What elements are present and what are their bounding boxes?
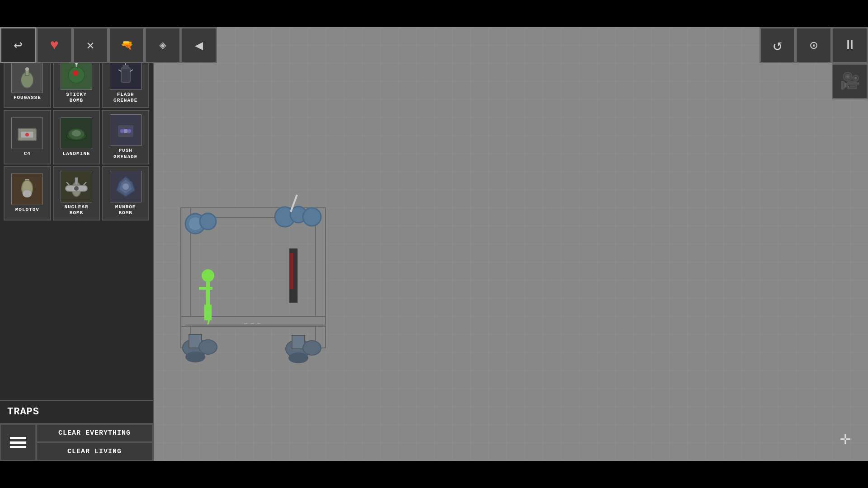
svg-rect-16 bbox=[289, 249, 297, 303]
svg-point-46 bbox=[120, 129, 124, 133]
push-grenade-icon bbox=[110, 114, 142, 146]
undo-icon: ↺ bbox=[773, 36, 782, 55]
svg-point-21 bbox=[199, 340, 217, 354]
clock-button[interactable]: ⊙ bbox=[796, 27, 832, 63]
svg-rect-34 bbox=[121, 68, 130, 82]
svg-rect-14 bbox=[204, 305, 208, 320]
crosshair-icon: ✛ bbox=[840, 427, 851, 450]
push-grenade-label: PUSHGRENADE bbox=[113, 148, 137, 160]
item-push-grenade[interactable]: PUSHGRENADE bbox=[102, 110, 149, 164]
fougasse-icon bbox=[11, 61, 43, 93]
clear-living-button[interactable]: CLEAR LIVING bbox=[36, 442, 153, 461]
svg-rect-12 bbox=[206, 282, 210, 305]
svg-rect-35 bbox=[123, 65, 128, 69]
landmine-label: LANDMINE bbox=[63, 151, 90, 157]
svg-point-41 bbox=[25, 133, 29, 136]
item-molotov[interactable]: MOLOTOV bbox=[4, 166, 51, 221]
svg-point-7 bbox=[275, 207, 295, 227]
camera-button[interactable]: 🎥 bbox=[832, 63, 868, 99]
items-grid: FOUGASSE STICKYBOMB bbox=[0, 50, 153, 224]
svg-line-56 bbox=[66, 182, 69, 185]
extra-icon: ◈ bbox=[159, 38, 166, 52]
c4-label: C4 bbox=[24, 151, 31, 157]
item-c4[interactable]: C4 bbox=[4, 110, 51, 164]
svg-point-9 bbox=[303, 208, 321, 226]
traps-header: TRAPS bbox=[0, 400, 153, 424]
item-nuclear-bomb[interactable]: NUCLEARBOMB bbox=[53, 166, 100, 221]
item-munroe-bomb[interactable]: MUNROEBOMB bbox=[102, 166, 149, 221]
svg-line-57 bbox=[84, 182, 86, 185]
menu-button[interactable] bbox=[0, 424, 36, 461]
svg-point-31 bbox=[73, 70, 78, 76]
svg-rect-3 bbox=[181, 316, 326, 326]
health-button[interactable]: ♥ bbox=[36, 27, 72, 63]
munroe-bomb-icon bbox=[110, 171, 142, 202]
back-button[interactable]: ↩ bbox=[0, 27, 36, 63]
svg-rect-2 bbox=[316, 208, 326, 348]
sword-icon: ✕ bbox=[87, 38, 94, 53]
svg-point-6 bbox=[200, 213, 216, 230]
menu-lines-icon bbox=[10, 437, 26, 448]
svg-rect-48 bbox=[124, 129, 127, 133]
munroe-bomb-label: MUNROEBOMB bbox=[115, 204, 136, 216]
pause-button[interactable]: ⏸ bbox=[832, 27, 868, 63]
bottom-buttons-area: CLEAR EVERYTHING CLEAR LIVING bbox=[0, 424, 153, 461]
svg-point-5 bbox=[189, 217, 202, 230]
nuclear-bomb-icon bbox=[61, 171, 92, 202]
c4-icon bbox=[11, 117, 43, 149]
back-icon: ↩ bbox=[14, 36, 22, 54]
top-right-toolbar: ↺ ⊙ ⏸ bbox=[760, 27, 868, 63]
svg-point-20 bbox=[185, 352, 205, 362]
sticky-bomb-label: STICKYBOMB bbox=[66, 92, 87, 103]
ranged-button[interactable]: 🔫 bbox=[108, 27, 145, 63]
items-scroll-area[interactable]: FOUGASSE STICKYBOMB bbox=[0, 50, 153, 400]
toolbar: ↩ ♥ ✕ 🔫 ◈ ◀ bbox=[0, 27, 217, 63]
svg-point-29 bbox=[25, 67, 29, 71]
svg-rect-19 bbox=[189, 334, 202, 348]
svg-rect-17 bbox=[290, 253, 293, 289]
svg-point-24 bbox=[288, 352, 308, 363]
left-panel: EXPLOSIVES FOUGASSE bbox=[0, 27, 154, 461]
clear-everything-button[interactable]: CLEAR EVERYTHING bbox=[36, 424, 153, 442]
svg-rect-10 bbox=[290, 195, 297, 212]
camera-icon: 🎥 bbox=[840, 71, 860, 91]
svg-point-4 bbox=[185, 214, 205, 234]
clock-icon: ⊙ bbox=[810, 37, 818, 54]
svg-rect-55 bbox=[75, 178, 78, 185]
svg-point-22 bbox=[286, 340, 311, 358]
svg-point-60 bbox=[122, 183, 129, 190]
nuclear-bomb-label: NUCLEARBOMB bbox=[64, 204, 88, 216]
pause-icon: ⏸ bbox=[843, 37, 857, 53]
top-bar bbox=[0, 0, 868, 27]
svg-rect-23 bbox=[292, 335, 305, 349]
svg-point-47 bbox=[127, 129, 132, 133]
melee-button[interactable]: ✕ bbox=[72, 27, 108, 63]
svg-rect-15 bbox=[208, 305, 212, 320]
svg-point-8 bbox=[290, 206, 307, 223]
collapse-button[interactable]: ◀ bbox=[181, 27, 217, 63]
bottom-bar bbox=[0, 461, 868, 488]
fougasse-label: FOUGASSE bbox=[14, 95, 41, 101]
undo-button[interactable]: ↺ bbox=[760, 27, 796, 63]
item-landmine[interactable]: LANDMINE bbox=[53, 110, 100, 164]
svg-rect-13 bbox=[199, 287, 212, 290]
svg-point-25 bbox=[303, 341, 321, 355]
svg-point-11 bbox=[202, 269, 214, 282]
svg-point-18 bbox=[183, 339, 208, 357]
svg-point-51 bbox=[23, 190, 32, 197]
svg-rect-0 bbox=[181, 208, 326, 218]
extra-button[interactable]: ◈ bbox=[145, 27, 181, 63]
flash-grenade-label: FLASHGRENADE bbox=[113, 92, 137, 103]
arrow-left-icon: ◀ bbox=[195, 37, 203, 54]
heart-icon: ♥ bbox=[50, 37, 58, 54]
molotov-icon bbox=[11, 174, 43, 205]
molotov-label: MOLOTOV bbox=[15, 207, 39, 213]
svg-text:— — —: — — — bbox=[244, 320, 261, 327]
move-cursor[interactable]: ✛ bbox=[832, 425, 859, 452]
svg-rect-1 bbox=[181, 208, 191, 348]
landmine-icon bbox=[61, 117, 92, 149]
svg-point-44 bbox=[72, 130, 81, 136]
gun-icon: 🔫 bbox=[121, 39, 133, 52]
clear-buttons: CLEAR EVERYTHING CLEAR LIVING bbox=[36, 424, 153, 461]
svg-point-54 bbox=[74, 186, 79, 191]
